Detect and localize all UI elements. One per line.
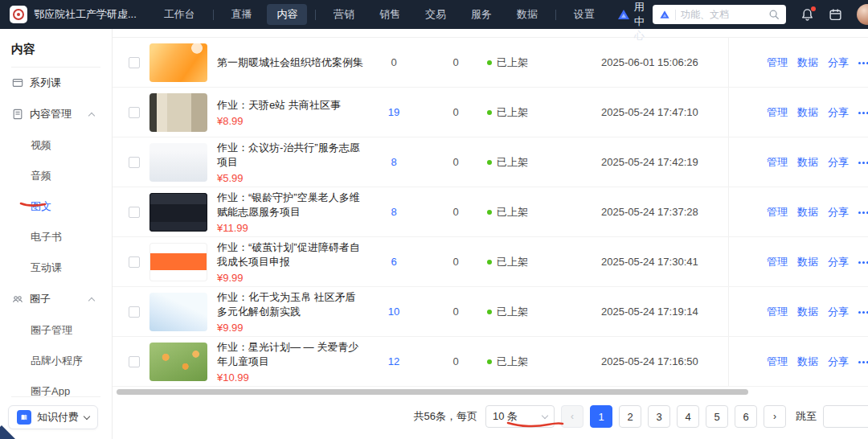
manage-link[interactable]: 管理 <box>767 55 788 70</box>
page-button-2[interactable]: 2 <box>619 405 641 428</box>
row-title[interactable]: 作业：天骄e站 共商社区事 <box>217 98 363 113</box>
row-checkbox[interactable] <box>129 306 140 318</box>
row-thumbnail[interactable] <box>149 343 207 381</box>
page-button-5[interactable]: 5 <box>706 405 728 428</box>
row-title[interactable]: 作业：星光计划— — 关爱青少年儿童项目 <box>217 340 363 369</box>
more-actions-icon[interactable] <box>858 211 868 214</box>
more-actions-icon[interactable] <box>858 261 868 264</box>
nav-item-trade[interactable]: 交易 <box>416 4 456 25</box>
nav-item-content[interactable]: 内容 <box>267 4 307 25</box>
page-button-1[interactable]: 1 <box>590 405 612 428</box>
nav-item-workbench[interactable]: 工作台 <box>154 4 205 25</box>
more-actions-icon[interactable] <box>858 161 868 164</box>
more-actions-icon[interactable] <box>858 310 868 314</box>
page-button-3[interactable]: 3 <box>648 405 670 428</box>
nav-item-marketing[interactable]: 营销 <box>324 4 364 25</box>
prev-page-button[interactable]: ‹ <box>561 405 583 428</box>
knowledge-pay-switcher[interactable]: 知识付费 <box>8 405 98 429</box>
page-size-select[interactable]: 10 条 <box>485 405 555 428</box>
data-link[interactable]: 数据 <box>797 155 818 170</box>
manage-link[interactable]: 管理 <box>767 205 788 220</box>
search-icon[interactable] <box>768 9 780 20</box>
manage-link[interactable]: 管理 <box>767 155 788 170</box>
row-count-primary[interactable]: 19 <box>363 106 424 118</box>
row-thumbnail[interactable] <box>149 293 207 331</box>
share-link[interactable]: 分享 <box>828 305 849 319</box>
share-link[interactable]: 分享 <box>828 205 849 220</box>
nav-item-settings[interactable]: 设置 <box>564 4 604 25</box>
page-button-6[interactable]: 6 <box>735 405 757 428</box>
row-title[interactable]: 作业：众议坊-治共行”服务志愿项目 <box>217 141 363 170</box>
sidebar-item-audio[interactable]: 音频 <box>0 161 112 191</box>
manage-link[interactable]: 管理 <box>767 255 788 269</box>
row-title[interactable]: 作业：“银龄守护”空巢老人多维赋能志愿服务项目 <box>217 191 363 220</box>
data-link[interactable]: 数据 <box>797 255 818 269</box>
next-page-button[interactable]: › <box>764 405 786 428</box>
data-link[interactable]: 数据 <box>797 105 818 120</box>
data-link[interactable]: 数据 <box>797 205 818 220</box>
row-price: ¥9.99 <box>217 322 363 334</box>
notification-bell-icon[interactable] <box>800 8 814 22</box>
row-count-primary[interactable]: 12 <box>363 355 424 367</box>
share-link[interactable]: 分享 <box>828 255 849 269</box>
sidebar-group-content-management[interactable]: 内容管理 <box>0 98 112 130</box>
sidebar-group-circle[interactable]: 圈子 <box>0 283 112 315</box>
sidebar-item-circle-management[interactable]: 圈子管理 <box>0 315 112 346</box>
sidebar-item-interactive-course[interactable]: 互动课 <box>0 252 112 283</box>
row-count-primary[interactable]: 8 <box>363 206 424 218</box>
global-search[interactable] <box>653 5 786 24</box>
app-center-button[interactable]: 应用中心 <box>618 0 653 43</box>
workspace-name[interactable]: 鄂应院社工产学研虚... <box>34 7 137 22</box>
sidebar-item-brand-miniprogram[interactable]: 品牌小程序 <box>0 346 112 376</box>
calendar-icon[interactable] <box>829 8 842 22</box>
sidebar-item-series-course[interactable]: 系列课 <box>0 68 112 98</box>
nav-item-service[interactable]: 服务 <box>461 4 502 25</box>
row-title[interactable]: 作业：化干戈为玉帛 社区矛盾多元化解创新实践 <box>217 290 363 319</box>
search-input[interactable] <box>681 9 764 20</box>
status-dot-icon <box>487 160 492 165</box>
row-thumbnail[interactable] <box>149 193 207 232</box>
manage-link[interactable]: 管理 <box>767 305 788 319</box>
jump-to-input[interactable] <box>823 405 868 428</box>
sidebar-group-label: 圈子 <box>30 292 51 306</box>
data-link[interactable]: 数据 <box>797 305 818 319</box>
row-checkbox[interactable] <box>129 157 140 168</box>
sidebar-item-article[interactable]: 图文 <box>0 191 112 222</box>
row-thumbnail[interactable] <box>149 143 207 182</box>
row-thumbnail[interactable] <box>149 93 207 132</box>
page-button-4[interactable]: 4 <box>677 405 699 428</box>
nav-item-data[interactable]: 数据 <box>507 4 547 25</box>
sidebar-item-video[interactable]: 视频 <box>0 130 112 161</box>
row-thumbnail[interactable] <box>149 43 207 82</box>
data-link[interactable]: 数据 <box>797 55 818 70</box>
row-checkbox[interactable] <box>129 207 140 218</box>
row-count-secondary: 0 <box>424 206 487 218</box>
manage-link[interactable]: 管理 <box>767 355 788 369</box>
more-actions-icon[interactable] <box>858 61 868 64</box>
more-actions-icon[interactable] <box>858 111 868 114</box>
row-count-primary[interactable]: 6 <box>363 256 424 268</box>
sidebar-item-ebook[interactable]: 电子书 <box>0 222 112 252</box>
nav-item-live[interactable]: 直播 <box>221 4 261 25</box>
row-checkbox[interactable] <box>129 256 140 268</box>
more-actions-icon[interactable] <box>858 360 868 363</box>
share-link[interactable]: 分享 <box>828 105 849 120</box>
nav-item-sales[interactable]: 销售 <box>370 4 410 25</box>
share-link[interactable]: 分享 <box>828 55 849 70</box>
row-checkbox[interactable] <box>129 57 140 68</box>
row-thumbnail[interactable] <box>149 243 207 281</box>
user-avatar[interactable] <box>857 4 868 25</box>
workspace-logo-icon[interactable] <box>10 6 27 23</box>
horizontal-scrollbar[interactable] <box>117 389 748 395</box>
row-count-primary[interactable]: 8 <box>363 156 424 168</box>
data-link[interactable]: 数据 <box>797 355 818 369</box>
row-title[interactable]: 第一期暖城社会组织培优案例集 <box>217 55 363 70</box>
row-checkbox[interactable] <box>129 107 140 118</box>
row-count-primary[interactable]: 10 <box>363 306 424 318</box>
share-link[interactable]: 分享 <box>828 355 849 369</box>
row-title[interactable]: 作业：“破茧计划”促进障碍者自我成长项目申报 <box>217 240 363 269</box>
manage-link[interactable]: 管理 <box>767 105 788 120</box>
row-checkbox[interactable] <box>129 356 140 367</box>
share-link[interactable]: 分享 <box>828 155 849 170</box>
nav-divider <box>315 10 316 20</box>
